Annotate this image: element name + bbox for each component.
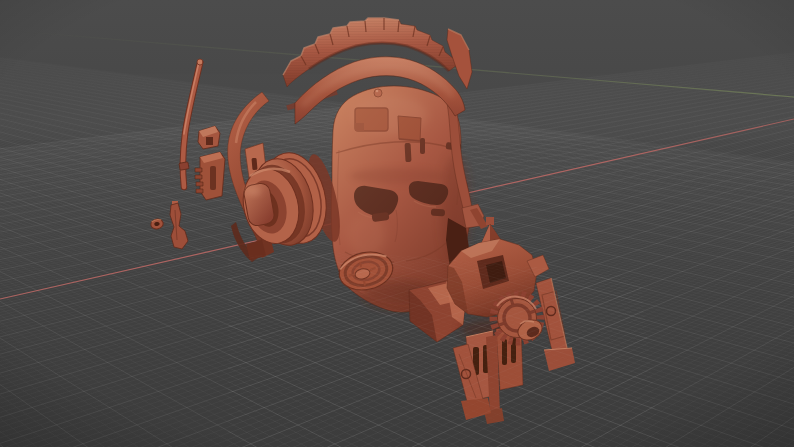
viewport-stage <box>0 0 794 447</box>
vignette <box>0 0 794 447</box>
viewport-canvas[interactable] <box>0 0 794 447</box>
